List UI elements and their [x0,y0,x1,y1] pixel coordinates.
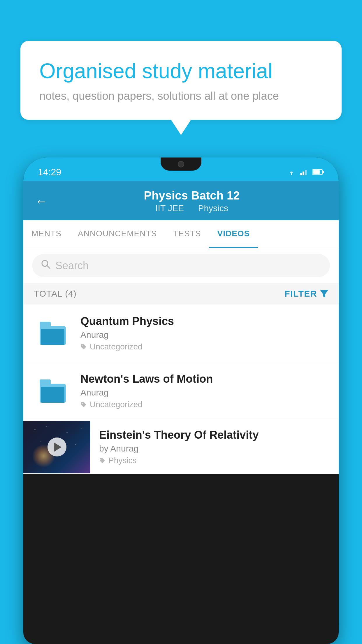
video-title: Quantum Physics [80,315,328,328]
bubble-subtitle: notes, question papers, solutions all at… [39,90,323,102]
batch-title: Physics Batch 12 [57,189,327,202]
battery-icon [312,169,324,175]
svg-point-16 [41,441,41,442]
list-item[interactable]: Quantum Physics Anurag Uncategorized [23,304,339,362]
subtitle-iit: IIT JEE [155,203,184,213]
svg-marker-9 [320,290,328,298]
signal-icon [300,169,308,175]
bubble-title: Organised study material [39,58,323,83]
tab-videos[interactable]: VIDEOS [209,220,258,248]
svg-point-15 [75,444,76,444]
video-tag: Physics [99,456,328,465]
filter-row: TOTAL (4) FILTER [23,283,339,304]
filter-label: FILTER [284,289,317,299]
video-tag: Uncategorized [80,400,328,409]
folder-icon [40,322,66,345]
list-item[interactable]: Newton's Laws of Motion Anurag Uncategor… [23,362,339,420]
play-icon [54,442,61,452]
header-center: Physics Batch 12 IIT JEE Physics [57,189,327,213]
video-author: by Anurag [99,444,328,454]
wifi-icon [287,169,296,176]
tag-label: Uncategorized [90,342,143,351]
search-placeholder: Search [55,260,89,272]
video-thumbnail [23,421,90,473]
tabs-container: MENTS ANNOUNCEMENTS TESTS VIDEOS [23,220,339,248]
search-bar[interactable]: Search [32,254,330,277]
filter-button[interactable]: FILTER [284,289,328,299]
batch-subtitle: IIT JEE Physics [57,203,327,213]
speech-bubble: Organised study material notes, question… [20,41,342,120]
video-author: Anurag [80,330,328,340]
status-bar: 14:29 [23,158,339,181]
list-item[interactable]: Einstein's Theory Of Relativity by Anura… [23,420,339,474]
folder-thumbnail [34,377,72,406]
video-info: Einstein's Theory Of Relativity by Anura… [99,420,328,474]
svg-point-0 [291,174,292,175]
tag-icon [80,401,87,408]
speech-bubble-section: Organised study material notes, question… [20,41,342,120]
svg-rect-1 [300,173,302,175]
svg-rect-2 [303,172,304,175]
status-time: 14:29 [38,167,61,178]
phone-screen: ← Physics Batch 12 IIT JEE Physics MENTS… [23,181,339,474]
phone-frame: 14:29 [23,158,339,644]
svg-rect-5 [313,170,320,174]
camera-dot [178,161,184,167]
video-title: Newton's Laws of Motion [80,373,328,385]
folder-thumbnail [34,319,72,348]
status-icons [287,169,324,176]
subtitle-physics: Physics [198,203,228,213]
total-count: TOTAL (4) [34,289,77,299]
play-button[interactable] [48,438,66,456]
video-author: Anurag [80,388,328,398]
svg-point-13 [81,428,82,428]
filter-icon [320,290,328,298]
svg-line-8 [47,266,50,268]
svg-rect-6 [323,171,324,173]
svg-point-11 [46,426,47,427]
folder-icon [40,379,66,403]
video-info: Newton's Laws of Motion Anurag Uncategor… [80,373,328,409]
tag-icon [80,344,87,350]
svg-rect-3 [305,170,307,175]
tab-tests[interactable]: TESTS [165,220,209,248]
tab-ments[interactable]: MENTS [23,220,70,248]
tag-label: Physics [108,456,136,465]
video-title: Einstein's Theory Of Relativity [99,429,328,441]
video-tag: Uncategorized [80,342,328,351]
tag-label: Uncategorized [90,400,143,409]
video-list: Quantum Physics Anurag Uncategorized [23,304,339,474]
video-info: Quantum Physics Anurag Uncategorized [80,315,328,351]
search-container: Search [23,248,339,283]
back-button[interactable]: ← [35,194,48,209]
tag-icon [99,457,106,464]
tab-announcements[interactable]: ANNOUNCEMENTS [70,220,165,248]
search-icon [41,259,51,272]
app-header: ← Physics Batch 12 IIT JEE Physics [23,181,339,220]
notch [161,158,201,171]
svg-point-10 [35,429,36,430]
svg-point-12 [67,432,68,433]
